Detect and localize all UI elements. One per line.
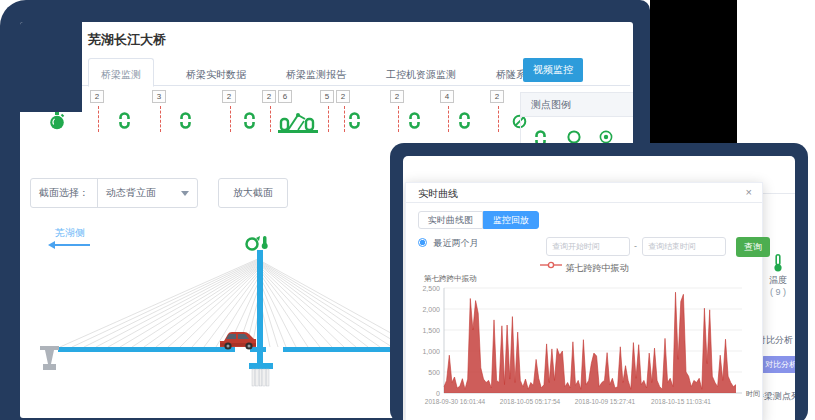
bridge-side-label: 芜湖侧 xyxy=(55,226,85,240)
stopwatch-icon[interactable] xyxy=(49,112,65,134)
query-start-time-input[interactable] xyxy=(546,237,630,256)
car xyxy=(220,332,256,350)
alarm-dashed-line xyxy=(344,106,345,132)
crane-sensor-icon[interactable] xyxy=(278,112,318,138)
right-sidebar-strip: 温度 ( 9 ) 对比分析 对比分析 桥梁测点列表 xyxy=(761,156,795,420)
svg-text:2,500: 2,500 xyxy=(422,285,440,292)
section-select-label: 截面选择： xyxy=(31,179,98,207)
alarm-dashed-line xyxy=(98,106,99,132)
sensor-count-badge: 6 xyxy=(278,90,292,103)
temperature-sensor-item[interactable]: 温度 ( 9 ) xyxy=(763,254,793,297)
alarm-dashed-line xyxy=(448,106,449,132)
svg-text:2018-10-15 11:03:41: 2018-10-15 11:03:41 xyxy=(651,398,711,405)
close-icon[interactable]: × xyxy=(746,186,752,198)
section-select-dropdown[interactable]: 动态背立面 xyxy=(98,186,197,200)
thermometer-icon xyxy=(772,254,784,272)
svg-text:0: 0 xyxy=(436,390,440,397)
svg-text:2,000: 2,000 xyxy=(422,306,440,313)
tab-2[interactable]: 桥梁监测报告 xyxy=(274,62,358,88)
alarm-dashed-line xyxy=(230,106,231,132)
page-title: 芜湖长江大桥 xyxy=(88,31,166,49)
sensor-count-badge: 2 xyxy=(390,90,404,103)
vibration-chart: 第七跨跨中振动05001,0001,5002,0002,5002018-09-3… xyxy=(410,273,760,419)
modal-tab-group: 实时曲线图监控回放 xyxy=(418,211,539,229)
sensor-count-badge: 3 xyxy=(152,90,166,103)
left-abutment xyxy=(40,346,59,370)
pier-cap xyxy=(249,363,273,369)
svg-text:1,000: 1,000 xyxy=(422,348,440,355)
left-arrow-icon xyxy=(50,244,90,246)
link-sensor-icon[interactable] xyxy=(119,112,130,133)
modal-tab-1[interactable]: 监控回放 xyxy=(483,211,539,229)
link-sensor-icon[interactable] xyxy=(459,112,470,133)
bridge-diagram: 芜湖侧 xyxy=(30,218,420,418)
alarm-dashed-line xyxy=(398,106,399,132)
sensor-count-badge: 4 xyxy=(440,90,454,103)
pier-piles xyxy=(252,369,269,386)
link-sensor-icon[interactable] xyxy=(409,112,420,133)
sensor-count-badge: 2 xyxy=(90,90,104,103)
legend-series-name: 第七跨跨中振动 xyxy=(566,263,629,273)
query-row: 最近两个月 - 查询 xyxy=(418,237,752,257)
tower-thermometer-icon[interactable] xyxy=(262,236,268,249)
sensor-count-badge: 2 xyxy=(336,90,350,103)
modal-header: 实时曲线 × xyxy=(406,183,762,203)
sensor-count-badge: 2 xyxy=(490,90,504,103)
chevron-down-icon xyxy=(181,191,189,196)
compare-analysis-button[interactable]: 对比分析 xyxy=(761,356,795,373)
modal-title: 实时曲线 xyxy=(418,187,458,201)
sensor-count-badge: 5 xyxy=(320,90,334,103)
link-sensor-icon[interactable] xyxy=(244,112,255,133)
temperature-label: 温度 xyxy=(763,274,793,287)
svg-text:2018-10-05 05:17:54: 2018-10-05 05:17:54 xyxy=(500,398,561,405)
legend-panel-title: 测点图例 xyxy=(521,92,633,117)
alarm-dashed-line xyxy=(160,106,161,132)
video-monitor-button[interactable]: 视频监控 xyxy=(523,58,583,82)
alarm-dashed-line xyxy=(328,106,329,132)
svg-text:2018-10-09 15:27:41: 2018-10-09 15:27:41 xyxy=(575,398,636,405)
alarm-dashed-line xyxy=(270,106,271,132)
temperature-count: ( 9 ) xyxy=(763,287,793,297)
radio-last-two-months[interactable] xyxy=(418,238,427,247)
svg-text:1,500: 1,500 xyxy=(422,327,440,334)
link-sensor-icon[interactable] xyxy=(180,112,191,133)
frame-corner-patch xyxy=(20,22,82,112)
sensor-count-badge: 2 xyxy=(262,90,276,103)
screen: 芜湖长江大桥 桥梁监测桥梁实时数据桥梁监测报告工控机资源监测桥隧系统报警 视频监… xyxy=(0,0,815,420)
svg-text:第七跨跨中振动: 第七跨跨中振动 xyxy=(424,274,477,283)
svg-text:时间: 时间 xyxy=(746,390,760,398)
tab-0[interactable]: 桥梁监测 xyxy=(88,58,154,87)
tab-1[interactable]: 桥梁实时数据 xyxy=(174,62,258,88)
desktop-black-region xyxy=(650,0,737,143)
link-sensor-icon[interactable] xyxy=(349,112,360,133)
section-select-value: 动态背立面 xyxy=(106,186,156,200)
query-button[interactable]: 查询 xyxy=(736,237,770,257)
enlarge-section-button[interactable]: 放大截面 xyxy=(218,178,288,208)
sensor-count-badge: 2 xyxy=(222,90,236,103)
front-window: 温度 ( 9 ) 对比分析 对比分析 桥梁测点列表 实时曲线 × 实时曲线图监控… xyxy=(390,143,808,420)
modal-tab-0[interactable]: 实时曲线图 xyxy=(418,211,483,229)
svg-text:2018-09-30 16:01:44: 2018-09-30 16:01:44 xyxy=(425,398,486,405)
legend-icons-row xyxy=(521,127,633,143)
section-select-group: 截面选择： 动态背立面 xyxy=(30,178,198,208)
bridge-svg xyxy=(30,218,420,418)
realtime-curve-modal: 实时曲线 × 实时曲线图监控回放 最近两个月 - 查询 xyxy=(405,182,763,420)
link-icon xyxy=(535,130,546,143)
tower-rotation-sensor-icon[interactable] xyxy=(247,236,261,250)
svg-text:500: 500 xyxy=(428,369,440,376)
front-page: 温度 ( 9 ) 对比分析 对比分析 桥梁测点列表 实时曲线 × 实时曲线图监控… xyxy=(403,156,795,420)
radio-label: 最近两个月 xyxy=(434,238,479,248)
circled-dot-icon xyxy=(599,130,613,143)
query-end-time-input[interactable] xyxy=(642,237,726,256)
alarm-dashed-line xyxy=(498,106,499,132)
sensor-strip: 2322652242 xyxy=(20,88,540,148)
date-separator: - xyxy=(634,241,637,251)
tab-3[interactable]: 工控机资源监测 xyxy=(374,62,468,88)
bridge-deck xyxy=(58,347,420,352)
circle-icon xyxy=(567,130,581,143)
legend-marker-icon xyxy=(540,261,562,269)
